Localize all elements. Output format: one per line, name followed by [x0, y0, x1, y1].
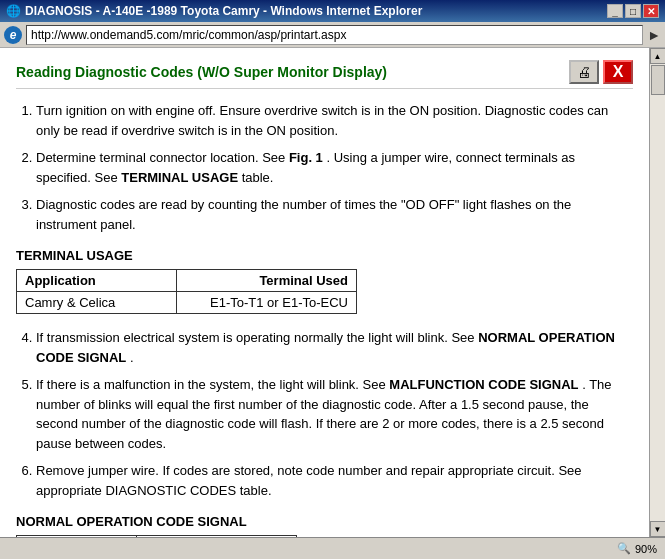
- steps-list-2: If transmission electrical system is ope…: [16, 328, 633, 500]
- step-1: Turn ignition on with engine off. Ensure…: [36, 101, 633, 140]
- close-article-button[interactable]: X: [603, 60, 633, 84]
- scroll-thumb[interactable]: [651, 65, 665, 95]
- step-4: If transmission electrical system is ope…: [36, 328, 633, 367]
- header-terminal: Terminal Used: [177, 270, 357, 292]
- step-2: Determine terminal connector location. S…: [36, 148, 633, 187]
- status-icons: 🔍 90%: [617, 542, 657, 555]
- go-button[interactable]: ►: [647, 27, 661, 43]
- page-title: Reading Diagnostic Codes (W/O Super Moni…: [16, 64, 387, 80]
- close-icon: X: [613, 63, 624, 81]
- normal-operation-table: Application (1) Flash Time: [16, 535, 297, 537]
- steps-list-1: Turn ignition on with engine off. Ensure…: [16, 101, 633, 234]
- cell-terminal: E1-To-T1 or E1-To-ECU: [177, 292, 357, 314]
- header-application: Application: [17, 270, 177, 292]
- header-buttons: 🖨 X: [569, 60, 633, 84]
- window-icon: 🌐: [6, 4, 21, 18]
- window-controls[interactable]: _ □ ✕: [607, 4, 659, 18]
- zoom-level: 90%: [635, 543, 657, 555]
- printer-icon: 🖨: [577, 64, 591, 80]
- window-title: DIAGNOSIS - A-140E -1989 Toyota Camry - …: [25, 4, 422, 18]
- terminal-usage-table: Application Terminal Used Camry & Celica…: [16, 269, 357, 314]
- status-bar: 🔍 90%: [0, 537, 665, 559]
- zoom-icon: 🔍: [617, 542, 631, 555]
- url-input[interactable]: [26, 25, 643, 45]
- cell-application: Camry & Celica: [17, 292, 177, 314]
- step-3: Diagnostic codes are read by counting th…: [36, 195, 633, 234]
- minimize-button[interactable]: _: [607, 4, 623, 18]
- content-wrapper: Reading Diagnostic Codes (W/O Super Moni…: [0, 48, 665, 537]
- step-5: If there is a malfunction in the system,…: [36, 375, 633, 453]
- step-6: Remove jumper wire. If codes are stored,…: [36, 461, 633, 500]
- scroll-track: [650, 64, 665, 521]
- scrollbar[interactable]: ▲ ▼: [649, 48, 665, 537]
- browser-icon: e: [4, 26, 22, 44]
- normal-operation-title: NORMAL OPERATION CODE SIGNAL: [16, 514, 633, 529]
- bottom-header-flash: Flash Time: [137, 536, 297, 538]
- page-header: Reading Diagnostic Codes (W/O Super Moni…: [16, 60, 633, 89]
- title-bar: 🌐 DIAGNOSIS - A-140E -1989 Toyota Camry …: [0, 0, 665, 22]
- restore-button[interactable]: □: [625, 4, 641, 18]
- terminal-usage-title: TERMINAL USAGE: [16, 248, 633, 263]
- table-row: Camry & Celica E1-To-T1 or E1-To-ECU: [17, 292, 357, 314]
- scroll-up-button[interactable]: ▲: [650, 48, 666, 64]
- print-button[interactable]: 🖨: [569, 60, 599, 84]
- scroll-down-button[interactable]: ▼: [650, 521, 666, 537]
- close-button[interactable]: ✕: [643, 4, 659, 18]
- content-area: Reading Diagnostic Codes (W/O Super Moni…: [0, 48, 649, 537]
- address-bar: e ►: [0, 22, 665, 48]
- bottom-header-application: Application (1): [17, 536, 137, 538]
